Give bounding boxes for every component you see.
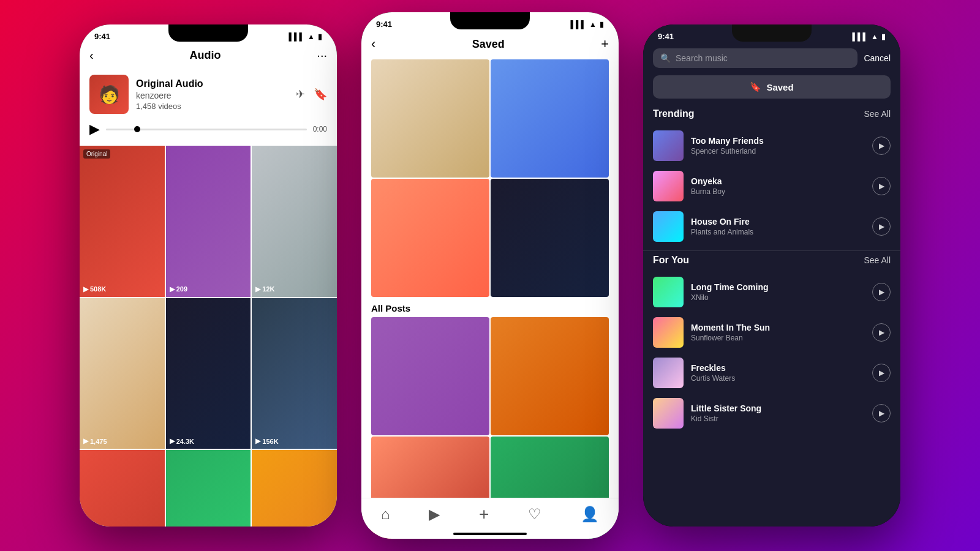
track-house-on-fire[interactable]: House On Fire Plants and Animals ▶: [643, 206, 900, 247]
trending-see-all[interactable]: See All: [864, 109, 891, 119]
status-time-2: 9:41: [376, 20, 392, 29]
nav-heart-icon[interactable]: ♡: [528, 506, 541, 523]
track-onyeka[interactable]: Onyeka Burna Boy ▶: [643, 166, 900, 206]
back-icon-saved[interactable]: ‹: [371, 36, 375, 52]
audio-metadata: Original Audio kenzoere 1,458 videos: [136, 78, 288, 111]
track-little-sister-song[interactable]: Little Sister Song Kid Sistr ▶: [643, 393, 900, 433]
video-cell-8[interactable]: [166, 450, 251, 527]
notch-1: [168, 24, 248, 42]
notch-2: [450, 12, 530, 29]
video-cell-6[interactable]: ▶ 156K: [252, 298, 337, 449]
for-you-see-all[interactable]: See All: [864, 255, 891, 265]
saved-music-button[interactable]: 🔖 Saved: [653, 75, 891, 99]
saved-cell-5[interactable]: [371, 317, 489, 435]
video-grid: Original ▶ 508K ▶ 209 ▶ 12K ▶ 1,475 ▶ 24…: [80, 146, 337, 527]
audio-video-count: 1,458 videos: [136, 102, 288, 111]
play-button-3[interactable]: ▶: [872, 217, 891, 236]
nav-reels-icon[interactable]: ▶: [429, 506, 440, 523]
video-count-2: ▶ 209: [170, 285, 187, 293]
track-title-3: House On Fire: [691, 217, 865, 227]
play-button-5[interactable]: ▶: [872, 323, 891, 342]
play-button-4[interactable]: ▶: [872, 283, 891, 301]
saved-cell-6[interactable]: [491, 317, 609, 435]
status-time-1: 9:41: [94, 32, 110, 41]
track-artist-1: Spencer Sutherland: [691, 147, 865, 156]
for-you-section-header: For You See All: [643, 255, 900, 272]
video-cell-7[interactable]: [80, 450, 165, 527]
track-title-7: Little Sister Song: [691, 403, 865, 413]
phone-audio: 9:41 ▌▌▌ ▲ ▮ ‹ Audio ··· 🧑 Original: [80, 24, 337, 527]
saved-cell-2[interactable]: [491, 59, 609, 178]
nav-profile-icon[interactable]: 👤: [581, 506, 599, 523]
video-count-3: ▶ 12K: [255, 285, 274, 293]
audio-header: ‹ Audio ···: [80, 43, 337, 70]
add-icon-saved[interactable]: +: [601, 36, 609, 52]
track-info-3: House On Fire Plants and Animals: [691, 217, 865, 236]
phone-music: 9:41 ▌▌▌ ▲ ▮ 🔍 Search music Cancel 🔖 Sav…: [643, 24, 900, 527]
track-thumb-6: [653, 358, 684, 388]
track-artist-4: XNilo: [691, 293, 865, 302]
nav-home-icon[interactable]: ⌂: [381, 506, 390, 523]
progress-bar[interactable]: [106, 129, 307, 130]
video-cell-1[interactable]: Original ▶ 508K: [80, 146, 165, 297]
search-icon-music: 🔍: [660, 53, 671, 63]
signal-icon-3: ▌▌▌: [853, 32, 869, 41]
progress-dot: [134, 126, 140, 132]
track-title-4: Long Time Coming: [691, 282, 865, 292]
audio-timestamp: 0:00: [313, 125, 327, 133]
search-box[interactable]: 🔍 Search music: [653, 48, 858, 68]
cancel-button[interactable]: Cancel: [864, 53, 891, 63]
video-count-5: ▶ 24.3K: [170, 437, 194, 445]
video-cell-4[interactable]: ▶ 1,475: [80, 298, 165, 449]
video-cell-9[interactable]: [252, 450, 337, 527]
saved-cell-4[interactable]: [491, 179, 609, 297]
audio-info-section: 🧑 Original Audio kenzoere 1,458 videos ✈…: [80, 70, 337, 121]
all-posts-label: All Posts: [361, 303, 619, 317]
signal-icon-2: ▌▌▌: [571, 20, 587, 29]
track-artist-2: Burna Boy: [691, 187, 865, 196]
bookmark-icon-music: 🔖: [750, 81, 761, 92]
back-icon[interactable]: ‹: [89, 48, 94, 62]
track-thumb-1: [653, 130, 684, 161]
battery-icon: ▮: [318, 32, 322, 41]
track-thumb-4: [653, 277, 684, 307]
wifi-icon: ▲: [307, 32, 315, 41]
trending-title: Trending: [653, 108, 695, 119]
track-thumb-2: [653, 171, 684, 201]
play-button[interactable]: ▶: [89, 121, 100, 137]
play-button-2[interactable]: ▶: [872, 177, 891, 195]
battery-icon-3: ▮: [881, 32, 886, 41]
play-button-1[interactable]: ▶: [872, 137, 891, 155]
video-cell-2[interactable]: ▶ 209: [166, 146, 251, 297]
video-tag-1: Original: [83, 149, 110, 159]
bookmark-icon[interactable]: 🔖: [314, 88, 327, 101]
nav-add-icon[interactable]: +: [479, 504, 489, 524]
saved-cell-3[interactable]: [371, 179, 489, 297]
track-moment-in-sun[interactable]: Moment In The Sun Sunflower Bean ▶: [643, 312, 900, 353]
video-cell-3[interactable]: ▶ 12K: [252, 146, 337, 297]
audio-track-title: Original Audio: [136, 78, 288, 89]
track-too-many-friends[interactable]: Too Many Friends Spencer Sutherland ▶: [643, 126, 900, 166]
track-long-time-coming[interactable]: Long Time Coming XNilo ▶: [643, 272, 900, 312]
saved-cell-1[interactable]: [371, 59, 489, 178]
trending-section-header: Trending See All: [643, 108, 900, 126]
track-title-5: Moment In The Sun: [691, 323, 865, 332]
battery-icon-2: ▮: [600, 20, 604, 29]
play-button-6[interactable]: ▶: [872, 364, 891, 382]
track-thumb-7: [653, 398, 684, 429]
notch-3: [732, 24, 812, 42]
audio-title-header: Audio: [190, 49, 221, 62]
play-button-7[interactable]: ▶: [872, 404, 891, 422]
all-posts-grid: [371, 59, 609, 297]
video-count-6: ▶ 156K: [255, 437, 278, 445]
status-icons-2: ▌▌▌ ▲ ▮: [571, 20, 604, 29]
track-title-2: Onyeka: [691, 176, 865, 186]
video-cell-5[interactable]: ▶ 24.3K: [166, 298, 251, 449]
track-freckles[interactable]: Freckles Curtis Waters ▶: [643, 353, 900, 393]
track-artist-3: Plants and Animals: [691, 228, 865, 236]
track-info-6: Freckles Curtis Waters: [691, 363, 865, 383]
home-bar-2: [453, 533, 527, 535]
track-info-7: Little Sister Song Kid Sistr: [691, 403, 865, 423]
more-icon[interactable]: ···: [317, 48, 327, 62]
share-icon[interactable]: ✈: [296, 88, 305, 101]
